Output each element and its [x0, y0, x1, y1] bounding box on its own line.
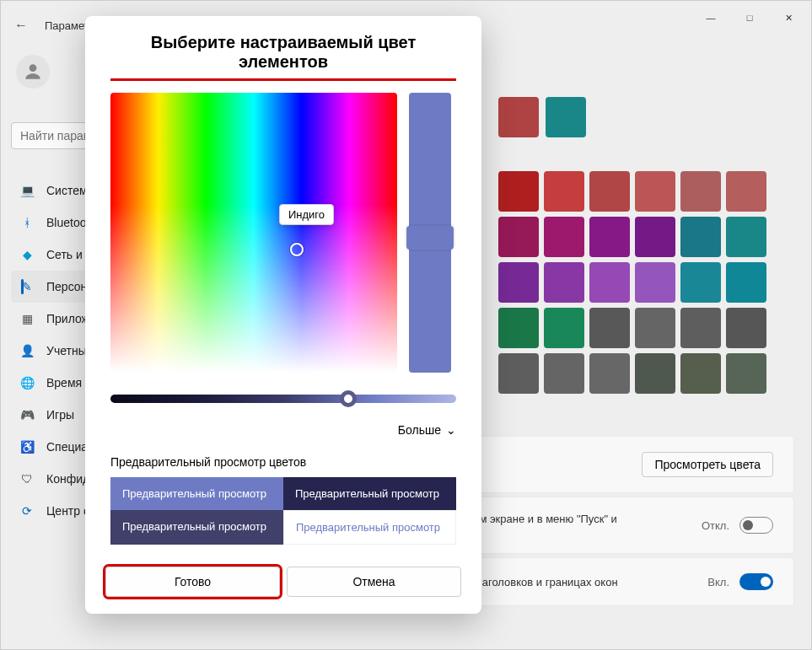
picker-cursor[interactable]	[290, 243, 304, 256]
title-underline	[110, 78, 456, 81]
preview-cell: Предварительный просмотр	[283, 510, 456, 545]
color-preview-bar	[409, 93, 451, 373]
color-tooltip: Индиго	[279, 204, 334, 225]
color-picker-dialog: Выберите настраиваемый цвет элементов Ин…	[85, 16, 481, 614]
value-slider[interactable]	[110, 395, 456, 403]
slider-thumb[interactable]	[340, 390, 357, 407]
preview-cell: Предварительный просмотр	[110, 477, 283, 510]
more-label: Больше	[398, 423, 441, 437]
preview-grid: Предварительный просмотр Предварительный…	[110, 477, 456, 545]
dialog-title: Выберите настраиваемый цвет элементов	[85, 16, 481, 78]
preview-section-label: Предварительный просмотр цветов	[85, 440, 481, 477]
preview-notch	[406, 226, 454, 250]
preview-cell: Предварительный просмотр	[283, 477, 456, 510]
preview-cell: Предварительный просмотр	[110, 510, 283, 545]
color-gradient-picker[interactable]: Индиго	[110, 93, 397, 373]
chevron-down-icon: ⌄	[446, 423, 456, 437]
more-toggle[interactable]: Больше ⌄	[85, 411, 481, 440]
done-button[interactable]: Готово	[105, 567, 280, 597]
cancel-button[interactable]: Отмена	[287, 567, 461, 597]
